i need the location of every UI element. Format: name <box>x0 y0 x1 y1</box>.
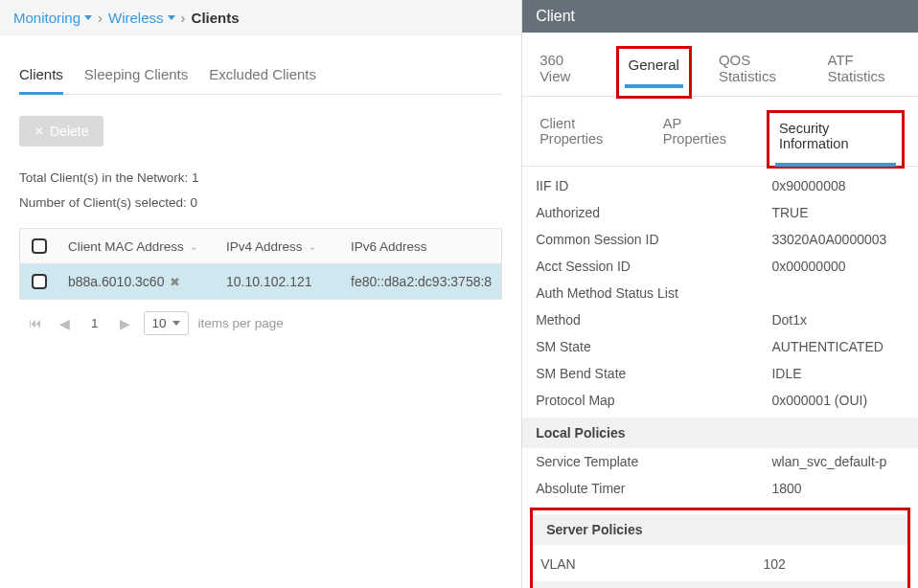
tab-qos-statistics[interactable]: QOS Statistics <box>715 46 801 96</box>
caret-down-icon <box>168 15 175 20</box>
row-checkbox[interactable] <box>20 264 58 299</box>
chevron-right-icon: › <box>98 10 103 26</box>
left-tabs: Clients Sleeping Clients Excluded Client… <box>19 58 502 95</box>
tab-atf-statistics[interactable]: ATF Statistics <box>824 46 905 96</box>
selected-clients-value: 0 <box>191 195 198 210</box>
col-ipv4-header[interactable]: IPv4 Address⌄ <box>217 230 341 263</box>
col-mac-header[interactable]: Client MAC Address⌄ <box>58 230 217 263</box>
tab-excluded-clients[interactable]: Excluded Clients <box>209 58 316 94</box>
breadcrumb-wireless[interactable]: Wireless <box>108 10 175 26</box>
select-all-checkbox[interactable] <box>20 229 58 263</box>
highlight-box-general: General <box>616 46 692 99</box>
panel-secondary-tabs: Client Properties AP Properties Security… <box>522 97 918 167</box>
table-row[interactable]: b88a.6010.3c60 ✖ 10.10.102.121 fe80::d8a… <box>19 264 502 300</box>
breadcrumb-current: Clients <box>192 10 240 26</box>
detail-key: Method <box>536 312 771 328</box>
caret-down-icon <box>172 321 180 326</box>
sort-icon: ⌄ <box>190 241 197 252</box>
pager-first-icon[interactable]: ⏮ <box>25 316 46 330</box>
breadcrumb: Monitoring › Wireless › Clients <box>0 0 521 35</box>
total-clients-value: 1 <box>192 170 199 185</box>
detail-value: 102 <box>764 556 900 572</box>
breadcrumb-monitoring[interactable]: Monitoring <box>13 10 92 26</box>
col-ipv6-header[interactable]: IPv6 Address <box>341 230 501 263</box>
subtab-security-information[interactable]: Security Information <box>775 115 896 167</box>
cell-mac: b88a.6010.3c60 <box>68 274 164 289</box>
detail-key: VLAN <box>540 556 763 572</box>
detail-key: IIF ID <box>536 178 771 193</box>
wrench-icon[interactable]: ✖ <box>170 275 180 289</box>
detail-key: Service Template <box>536 454 771 469</box>
section-local-policies: Local Policies <box>522 418 918 448</box>
clients-table: Client MAC Address⌄ IPv4 Address⌄ IPv6 A… <box>19 228 502 347</box>
tab-360-view[interactable]: 360 View <box>536 46 592 96</box>
detail-value: 0x90000008 <box>771 178 905 193</box>
pager-next-icon[interactable]: ▶ <box>116 316 134 331</box>
cell-ipv4: 10.10.102.121 <box>226 274 312 289</box>
chevron-right-icon: › <box>181 10 186 26</box>
detail-value: Dot1x <box>771 312 905 328</box>
detail-key: SM Bend State <box>536 366 771 381</box>
detail-value: wlan_svc_default-p <box>771 454 905 469</box>
delete-button[interactable]: ✕ Delete <box>19 116 103 147</box>
selected-clients-label: Number of Client(s) selected: <box>19 195 187 210</box>
detail-value: 0x000001 (OUI) <box>771 393 905 408</box>
detail-value: TRUE <box>771 205 905 220</box>
detail-key: Common Session ID <box>536 232 771 247</box>
cell-ipv6: fe80::d8a2:dc93:3758:8 <box>351 274 492 289</box>
pager-per-page-label: items per page <box>198 316 284 330</box>
sort-icon: ⌄ <box>309 241 316 252</box>
detail-value: IDLE <box>771 366 905 381</box>
detail-value: 0x00000000 <box>771 259 905 274</box>
detail-key: Acct Session ID <box>536 259 771 274</box>
delete-button-label: Delete <box>50 124 88 139</box>
page-size-select[interactable]: 10 <box>144 311 189 335</box>
subtab-ap-properties[interactable]: AP Properties <box>659 110 746 166</box>
pager-page: 1 <box>83 316 106 330</box>
detail-key: Absolute Timer <box>536 481 771 496</box>
detail-value <box>771 285 905 301</box>
detail-key: Auth Method Status List <box>536 285 771 301</box>
details-list: IIF ID0x90000008 AuthorizedTRUE Common S… <box>522 167 918 588</box>
close-icon: ✕ <box>34 124 44 138</box>
panel-title: Client <box>522 0 918 33</box>
detail-key: Protocol Map <box>536 393 771 408</box>
caret-down-icon <box>84 15 92 20</box>
highlight-box-security: Security Information <box>767 110 905 169</box>
tab-sleeping-clients[interactable]: Sleeping Clients <box>84 58 188 94</box>
subtab-client-properties[interactable]: Client Properties <box>536 110 638 166</box>
total-clients-label: Total Client(s) in the Network: <box>19 170 188 185</box>
detail-value: AUTHENTICATED <box>771 339 905 354</box>
detail-value: 1800 <box>771 481 905 496</box>
section-server-policies: Server Policies <box>533 514 907 545</box>
pager-prev-icon[interactable]: ◀ <box>56 316 74 331</box>
detail-key: SM State <box>536 339 771 354</box>
tab-general[interactable]: General <box>625 51 683 88</box>
highlight-box-policies: Server Policies VLAN102 Resultant Polici… <box>530 508 910 588</box>
detail-value: 33020A0A0000003 <box>771 232 905 247</box>
detail-key: Authorized <box>536 205 771 220</box>
panel-primary-tabs: 360 View General QOS Statistics ATF Stat… <box>522 33 918 97</box>
section-resultant-policies: Resultant Policies <box>533 581 907 588</box>
tab-clients[interactable]: Clients <box>19 58 63 95</box>
pager: ⏮ ◀ 1 ▶ 10 items per page <box>19 300 502 347</box>
